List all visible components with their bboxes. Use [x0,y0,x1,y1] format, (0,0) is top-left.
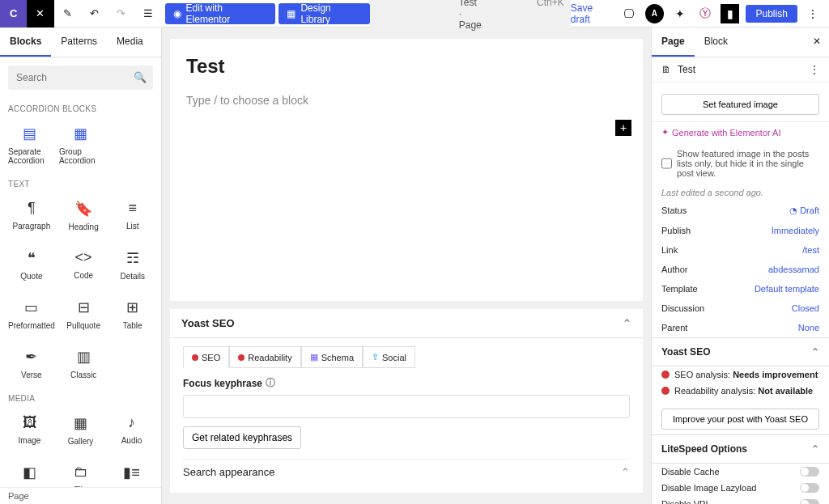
red-dot-icon [192,354,198,361]
hide-featured-checkbox[interactable] [661,149,672,178]
tab-patterns[interactable]: Patterns [51,28,107,57]
block-separate-accordion[interactable]: ▤Separate Accordion [5,116,54,173]
disable-lazyload-toggle[interactable] [800,483,819,493]
list-icon: ≡ [128,200,137,217]
search-appearance-toggle[interactable]: Search appearance⌃ [183,459,630,485]
add-block-button[interactable]: + [615,120,631,136]
details-icon: ☶ [126,249,139,267]
block-image[interactable]: 🖼Image [5,406,54,454]
library-icon: ▦ [287,8,295,19]
media-text-icon: ▮≡ [123,464,140,481]
table-icon: ⊞ [126,299,138,316]
help-icon[interactable]: ⓘ [266,376,275,390]
paragraph-icon: ¶ [28,200,36,217]
status-dot-icon: ◔ [789,205,797,215]
elementor-icon: ◉ [173,8,181,19]
tab-media[interactable]: Media [107,28,153,57]
kv-author[interactable]: Authorabdessamad [652,260,829,279]
search-icon: 🔍 [134,71,147,83]
improve-yoast-button[interactable]: Improve your post with Yoast SEO [661,409,819,430]
cover-icon: ◧ [23,464,36,481]
close-inserter-icon[interactable]: ✕ [153,28,162,57]
page-actions-icon[interactable]: ⋮ [810,64,819,75]
yoast-tab-social[interactable]: ⇪Social [363,346,415,368]
block-verse[interactable]: ✒Verse [5,340,58,388]
redo-icon[interactable]: ↷ [108,0,134,28]
publish-button[interactable]: Publish [746,5,797,23]
footer-breadcrumb: Page [0,487,161,504]
kv-discussion[interactable]: DiscussionClosed [652,299,829,318]
block-gallery[interactable]: ▦Gallery [56,406,105,454]
kv-publish[interactable]: PublishImmediately [652,221,829,240]
sparkle-icon[interactable]: ✦ [670,4,689,23]
desktop-icon[interactable]: 🖵 [620,4,639,23]
focus-keyphrase-label: Focus keyphraseⓘ [183,376,630,390]
astra-icon[interactable]: A [645,4,664,23]
yoast-section-header[interactable]: Yoast SEO⌃ [652,337,829,366]
block-table[interactable]: ⊞Table [108,290,156,338]
block-details[interactable]: ☶Details [108,241,156,289]
canvas[interactable]: Test Type / to choose a block + [170,39,643,301]
pullquote-icon: ⊟ [78,299,90,316]
block-placeholder[interactable]: Type / to choose a block [186,94,627,107]
kv-status[interactable]: Status◔ Draft [652,201,829,221]
litespeed-section-header[interactable]: LiteSpeed Options⌃ [652,434,829,464]
section-accordion: ACCORDION BLOCKS [0,98,161,116]
red-dot-icon [661,371,670,379]
settings-panel-icon[interactable]: ▮ [721,4,739,23]
related-keyphrases-button[interactable]: Get related keyphrases [183,426,301,449]
code-icon: <> [75,249,92,266]
heading-icon: 🔖 [74,200,92,218]
kv-link[interactable]: Link/test [652,240,829,260]
shortcut-label: Ctrl+K [537,0,564,8]
tab-blocks[interactable]: Blocks [0,28,51,57]
kv-template[interactable]: TemplateDefault template [652,279,829,299]
post-title[interactable]: Test [186,55,627,78]
focus-keyphrase-input[interactable] [183,395,630,418]
save-draft-link[interactable]: Save draft [571,2,614,25]
block-pullquote[interactable]: ⊟Pullquote [60,290,108,338]
block-media-text[interactable]: ▮≡Media & Text [107,455,156,487]
yoast-tab-schema[interactable]: ▦Schema [301,346,363,368]
disable-cache-toggle[interactable] [800,467,819,476]
block-preformatted[interactable]: ▭Preformatted [5,290,58,338]
disable-vpi-toggle[interactable] [800,499,819,504]
elementor-ai-link[interactable]: ✦Generate with Elementor AI [652,122,829,142]
outline-icon[interactable]: ☰ [134,0,161,28]
tab-page[interactable]: Page [652,28,695,57]
chevron-up-icon: ⌃ [623,317,631,329]
search-input[interactable] [8,66,153,90]
block-list[interactable]: ≡List [108,192,156,239]
logo-button[interactable]: C [0,0,27,28]
block-audio[interactable]: ♪Audio [107,406,156,454]
block-paragraph[interactable]: ¶Paragraph [5,192,58,239]
block-classic[interactable]: ▥Classic [60,340,108,388]
edit-icon[interactable]: ✎ [54,0,81,28]
last-edited: Last edited a second ago. [652,184,829,201]
settings-panel: Page Block ✕ 🗎 Test ⋮ Set featured image… [651,28,829,504]
edit-elementor-button[interactable]: ◉Edit with Elementor [165,3,276,24]
verse-icon: ✒ [25,348,37,366]
chevron-up-icon: ⌃ [621,466,630,478]
block-heading[interactable]: 🔖Heading [60,192,108,239]
more-icon[interactable]: ⋮ [804,4,823,23]
tab-block[interactable]: Block [695,28,738,57]
block-quote[interactable]: ❝Quote [5,241,58,289]
kv-parent[interactable]: ParentNone [652,318,829,337]
yoast-panel-header[interactable]: Yoast SEO⌃ [170,309,643,338]
block-code[interactable]: <>Code [60,241,108,289]
close-button[interactable]: ✕ [27,0,53,28]
toggle-label: Disable VPI [661,499,708,504]
yoast-tab-readability[interactable]: Readability [229,346,300,368]
page-title-bar[interactable]: Test · PageCtrl+K [370,0,571,34]
yoast-tab-seo[interactable]: SEO [183,346,229,368]
close-settings-icon[interactable]: ✕ [805,28,829,57]
block-cover[interactable]: ◧Cover [5,455,54,487]
preformatted-icon: ▭ [24,299,38,316]
undo-icon[interactable]: ↶ [81,0,108,28]
block-group-accordion[interactable]: ▦Group Accordion [56,116,105,173]
featured-image-button[interactable]: Set featured image [661,94,819,115]
yoast-toolbar-icon[interactable]: Ⓨ [695,4,714,23]
design-library-button[interactable]: ▦Design Library [278,3,369,24]
block-file[interactable]: 🗀File [56,455,105,487]
